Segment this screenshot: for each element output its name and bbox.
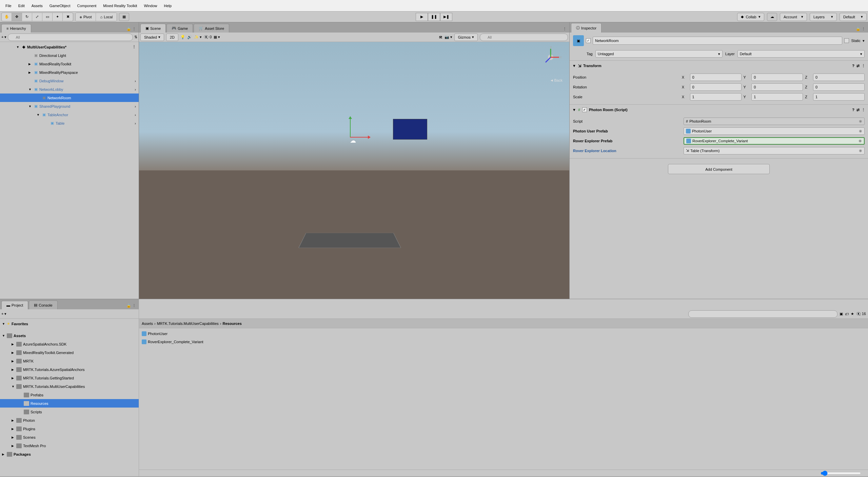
folder-scenes[interactable]: ▶Scenes bbox=[0, 433, 139, 441]
breadcrumb-1[interactable]: MRTK.Tutorials.MultiUserCapabilities bbox=[157, 322, 219, 326]
create-asset-dropdown[interactable]: + ▾ bbox=[1, 312, 6, 316]
rotation-z[interactable] bbox=[813, 83, 865, 91]
menu-mixed-reality-toolkit[interactable]: Mixed Reality Toolkit bbox=[100, 4, 140, 8]
folder-plugins[interactable]: ▶Plugins bbox=[0, 424, 139, 433]
scale-x[interactable] bbox=[690, 93, 742, 101]
gizmos-dropdown[interactable]: Gizmos ▾ bbox=[454, 34, 478, 41]
object-picker-icon[interactable]: ◉ bbox=[859, 139, 862, 143]
folder-mixedrealitytoolkit-generated[interactable]: ▶MixedRealityToolkit.Generated bbox=[0, 348, 139, 357]
console-tab[interactable]: ▤ Console bbox=[29, 300, 57, 309]
panel-menu-icon[interactable]: 🔒 ⋮ bbox=[124, 302, 139, 309]
gameobject-icon[interactable]: ▣ bbox=[573, 35, 584, 46]
layer-dropdown[interactable]: Default▾ bbox=[737, 50, 865, 58]
icon-size-slider[interactable] bbox=[821, 471, 861, 476]
custom-tool[interactable]: ✖ bbox=[63, 13, 73, 21]
scale-tool[interactable]: ⤢ bbox=[32, 13, 42, 21]
hidden-icon[interactable]: 👁‍🗨 0 bbox=[204, 35, 212, 39]
folder-azurespatialanchors-sdk[interactable]: ▶AzureSpatialAnchors.SDK bbox=[0, 340, 139, 348]
preset-icon[interactable]: ⇄ bbox=[856, 64, 860, 68]
scene-tab[interactable]: ▣ Scene bbox=[140, 24, 166, 33]
scene-menu-icon[interactable]: ⋮ bbox=[130, 45, 139, 49]
help-icon[interactable]: ? bbox=[852, 64, 854, 68]
rotation-x[interactable] bbox=[690, 83, 742, 91]
project-search[interactable] bbox=[688, 310, 837, 318]
asset-roverexplorer_complete_variant[interactable]: RoverExplorer_Complete_Variant bbox=[142, 338, 865, 346]
folder-mrtk-tutorials-gettingstarted[interactable]: ▶MRTK.Tutorials.GettingStarted bbox=[0, 374, 139, 382]
menu-edit[interactable]: Edit bbox=[15, 4, 28, 8]
folder-prefabs[interactable]: Prefabs bbox=[0, 391, 139, 399]
asset-store-tab[interactable]: 🛒 Asset Store bbox=[194, 24, 229, 33]
move-tool[interactable]: ✥ bbox=[12, 13, 22, 21]
folder-mrtk[interactable]: ▶MRTK bbox=[0, 357, 139, 365]
tools-icon[interactable]: 🛠 bbox=[439, 35, 442, 39]
hierarchy-item-networklobby[interactable]: ▼▣NetworkLobby› bbox=[0, 85, 139, 94]
foldout-icon[interactable]: ▼ bbox=[572, 64, 576, 68]
snap-toggle[interactable]: ▦ bbox=[119, 13, 129, 21]
breadcrumb-0[interactable]: Assets bbox=[142, 322, 153, 326]
hierarchy-search[interactable] bbox=[8, 34, 133, 41]
scale-y[interactable] bbox=[751, 93, 803, 101]
pause-button[interactable]: ❚❚ bbox=[428, 13, 440, 21]
active-checkbox[interactable]: ✓ bbox=[586, 38, 591, 43]
menu-assets[interactable]: Assets bbox=[28, 4, 46, 8]
position-y[interactable] bbox=[751, 74, 803, 81]
folder-photon[interactable]: ▶Photon bbox=[0, 416, 139, 424]
orientation-gizmo[interactable]: yx bbox=[539, 45, 563, 69]
position-x[interactable] bbox=[690, 74, 742, 81]
add-component-button[interactable]: Add Component bbox=[668, 164, 770, 174]
folder-mrtk-tutorials-azurespatialanchors[interactable]: ▶MRTK.Tutorials.AzureSpatialAnchors bbox=[0, 365, 139, 374]
object-picker-icon[interactable]: ◉ bbox=[859, 148, 862, 153]
menu-icon[interactable]: ⋮ bbox=[862, 108, 865, 112]
hand-tool[interactable]: ✋ bbox=[2, 13, 12, 21]
fx-icon[interactable]: ✨ ▾ bbox=[194, 35, 202, 39]
hierarchy-item-networkroom[interactable]: ▣NetworkRoom bbox=[0, 94, 139, 102]
rotation-y[interactable] bbox=[751, 83, 803, 91]
foldout-icon[interactable]: ▼ bbox=[572, 108, 576, 112]
collab-button[interactable]: ◆ Collab▾ bbox=[737, 13, 764, 21]
hierarchy-tab[interactable]: ≡ Hierarchy bbox=[1, 24, 31, 33]
tag-dropdown[interactable]: Untagged▾ bbox=[595, 50, 723, 58]
hierarchy-item-debugwindow[interactable]: ▣DebugWindow› bbox=[0, 77, 139, 85]
scene-viewport[interactable]: ☁ yx ◂ Back bbox=[139, 42, 569, 299]
component-enabled-checkbox[interactable]: ✓ bbox=[582, 107, 587, 112]
scene-panel-menu-icon[interactable]: ⋮ bbox=[560, 25, 569, 33]
inspector-tab[interactable]: ⓘ Inspector bbox=[571, 23, 601, 33]
folder-textmesh-pro[interactable]: ▶TextMesh Pro bbox=[0, 441, 139, 450]
scene-back-button[interactable]: ◂ Back bbox=[551, 78, 563, 83]
hierarchy-item-tableanchor[interactable]: ▼▣TableAnchor› bbox=[0, 110, 139, 119]
favorite-search-icon[interactable]: ★ bbox=[851, 312, 854, 316]
object-picker-icon[interactable]: ◉ bbox=[859, 129, 862, 133]
layers-dropdown[interactable]: Layers▾ bbox=[810, 13, 837, 21]
rover-prefab-field[interactable]: RoverExplorer_Complete_Variant◉ bbox=[684, 137, 865, 145]
inspector-lock-icon[interactable]: 🔒 ⋮ bbox=[853, 25, 868, 33]
shading-mode-dropdown[interactable]: Shaded ▾ bbox=[140, 34, 164, 41]
assets-root[interactable]: ▼Assets bbox=[0, 331, 139, 340]
position-z[interactable] bbox=[813, 74, 865, 81]
asset-photonuser[interactable]: PhotonUser bbox=[142, 330, 865, 338]
scale-z[interactable] bbox=[813, 93, 865, 101]
panel-lock-icon[interactable]: 🔒 ⋮ bbox=[124, 25, 139, 33]
object-name-field[interactable] bbox=[593, 37, 842, 45]
pivot-toggle[interactable]: ⎈ Pivot bbox=[76, 13, 96, 21]
menu-file[interactable]: File bbox=[2, 4, 15, 8]
hierarchy-item-sharedplayground[interactable]: ▼▣SharedPlayground› bbox=[0, 102, 139, 110]
transform-tool[interactable]: ✦ bbox=[53, 13, 63, 21]
hierarchy-item-table[interactable]: ▣Table› bbox=[0, 119, 139, 127]
static-checkbox[interactable] bbox=[844, 38, 849, 43]
grid-icon[interactable]: ▦ ▾ bbox=[214, 35, 220, 39]
folder-resources[interactable]: Resources bbox=[0, 399, 139, 408]
cloud-button[interactable]: ☁ bbox=[767, 13, 777, 21]
hierarchy-item-directional-light[interactable]: ▣Directional Light bbox=[0, 51, 139, 60]
hierarchy-sort-icon[interactable]: ⇅ bbox=[134, 35, 137, 39]
static-dropdown-icon[interactable]: ▾ bbox=[863, 39, 865, 43]
create-dropdown[interactable]: + ▾ bbox=[1, 35, 6, 39]
rect-tool[interactable]: ▭ bbox=[42, 13, 53, 21]
packages-root[interactable]: ▶Packages bbox=[0, 450, 139, 458]
hidden-packages-icon[interactable]: 👁‍🗨 16 bbox=[856, 312, 866, 316]
preset-icon[interactable]: ⇄ bbox=[856, 108, 860, 112]
menu-icon[interactable]: ⋮ bbox=[862, 64, 865, 68]
hierarchy-item-mixedrealityplayspace[interactable]: ▶▣MixedRealityPlayspace bbox=[0, 68, 139, 77]
rotate-tool[interactable]: ↻ bbox=[22, 13, 32, 21]
camera-icon[interactable]: 📷 ▾ bbox=[445, 35, 452, 39]
help-icon[interactable]: ? bbox=[852, 108, 854, 112]
